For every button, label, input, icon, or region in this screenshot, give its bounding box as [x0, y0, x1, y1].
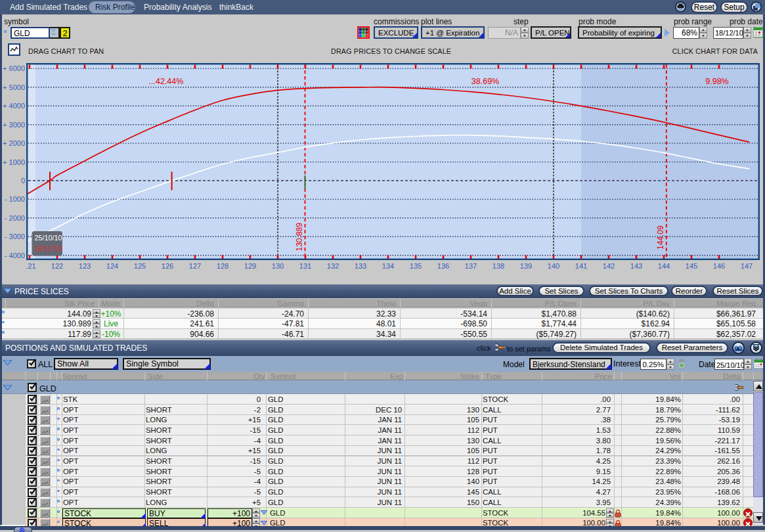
svg-text:9.98%: 9.98% [705, 77, 728, 86]
svg-text:143: 143 [630, 262, 642, 270]
svg-text:146: 146 [713, 262, 725, 270]
svg-text:- 2000: - 2000 [5, 214, 25, 222]
svg-text:147: 147 [741, 262, 753, 270]
svg-text:.21: .21 [26, 262, 35, 270]
svg-text:136: 136 [437, 262, 449, 270]
svg-text:18/12/10: 18/12/10 [35, 244, 62, 252]
svg-text:139: 139 [520, 262, 532, 270]
svg-text:142: 142 [603, 262, 615, 270]
svg-text:144.09: 144.09 [656, 225, 665, 250]
svg-text:+ 6000: + 6000 [3, 64, 25, 72]
svg-text:- 4000: - 4000 [5, 252, 25, 259]
svg-text:122: 122 [51, 262, 63, 270]
svg-text:126: 126 [162, 262, 173, 270]
svg-text:- 1000: - 1000 [5, 195, 25, 203]
svg-text:133: 133 [355, 262, 366, 270]
svg-text:...42.44%: ...42.44% [149, 77, 184, 86]
svg-text:141: 141 [575, 262, 587, 270]
svg-text:25/10/10: 25/10/10 [35, 234, 62, 242]
svg-text:137: 137 [465, 262, 477, 270]
svg-text:135: 135 [410, 262, 422, 270]
svg-text:144: 144 [658, 262, 670, 270]
svg-text:0: 0 [21, 177, 25, 185]
svg-text:145: 145 [686, 262, 697, 270]
svg-text:131: 131 [299, 262, 311, 270]
svg-text:140: 140 [548, 262, 559, 270]
svg-text:124: 124 [106, 262, 118, 270]
svg-text:125: 125 [134, 262, 146, 270]
svg-text:127: 127 [189, 262, 201, 270]
svg-text:38.69%: 38.69% [471, 77, 499, 86]
svg-text:130.889: 130.889 [295, 223, 304, 252]
svg-text:+ 1000: + 1000 [3, 158, 25, 166]
svg-text:138: 138 [492, 262, 504, 270]
svg-text:132: 132 [327, 262, 339, 270]
svg-text:129: 129 [244, 262, 256, 270]
svg-text:+ 5000: + 5000 [3, 83, 25, 91]
svg-text:128: 128 [217, 262, 229, 270]
svg-text:- 3000: - 3000 [5, 233, 25, 240]
svg-text:+ 3000: + 3000 [3, 121, 25, 129]
svg-text:123: 123 [79, 262, 91, 270]
svg-text:130: 130 [272, 262, 284, 270]
svg-text:+ 4000: + 4000 [3, 102, 25, 110]
svg-text:+ 2000: + 2000 [3, 139, 25, 147]
svg-text:134: 134 [382, 262, 394, 270]
